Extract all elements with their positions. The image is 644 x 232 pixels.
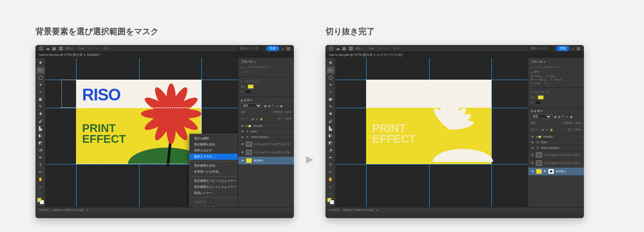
heal-tool-icon[interactable]: ✚ xyxy=(327,111,335,117)
layer-rect-selected[interactable]: 👁 長方形 1 xyxy=(238,156,294,164)
image-icon[interactable]: 🖼 xyxy=(349,46,353,51)
eyedropper-tool-icon[interactable]: ✎ xyxy=(327,103,335,110)
angle-value[interactable]: 0.00° xyxy=(535,82,541,85)
share-button[interactable]: 共有 xyxy=(556,46,569,51)
zoom-level[interactable]: 176.67% xyxy=(329,209,339,211)
canvas-area[interactable]: RISO PRINTEFFECT 選択を解除選択範囲を反転境界をぼかす...選択… xyxy=(46,58,238,207)
filter-smart-icon[interactable]: ▣ xyxy=(570,115,573,118)
h-value[interactable]: 452 px xyxy=(539,78,546,81)
visibility-icon[interactable]: 👁 xyxy=(531,141,534,144)
layer-filter-kind[interactable]: 種類 xyxy=(241,103,262,108)
eraser-tool-icon[interactable]: ◧ xyxy=(327,132,335,139)
document-tab[interactable]: how to riso.psd @ 177% (長方形 1, RGB/8#) * xyxy=(35,52,294,58)
visibility-icon[interactable]: 👁 xyxy=(531,162,534,164)
image-icon[interactable]: 🖼 xyxy=(59,46,63,51)
hand-tool-icon[interactable]: ✋ xyxy=(37,176,45,183)
flip-buttons[interactable]: |-| xyxy=(545,82,547,85)
home-icon[interactable] xyxy=(329,46,333,51)
workspace-icon[interactable]: ▥ xyxy=(287,46,290,51)
layer-filter-kind[interactable]: 種類 xyxy=(531,114,552,119)
stamp-tool-icon[interactable]: ▙ xyxy=(37,125,45,132)
marquee-tool-icon[interactable]: ▭ xyxy=(37,67,45,74)
layer-fill[interactable]: 塗り : 100% xyxy=(277,117,291,121)
wand-tool-icon[interactable]: ✶ xyxy=(327,81,335,88)
link-icon[interactable]: ⛓ xyxy=(544,170,546,173)
filter-shape-icon[interactable]: ▭ xyxy=(276,104,278,107)
lasso-tool-icon[interactable]: ◯ xyxy=(327,74,335,81)
visibility-icon[interactable]: 👁 xyxy=(241,125,244,127)
layer-rect-masked-selected[interactable]: 👁 ⛓ 長方形 1 xyxy=(528,167,584,175)
context-menu-item[interactable]: 選択範囲をコピーしたレイヤー xyxy=(190,178,238,184)
context-menu-item[interactable]: 変形の選択範囲 xyxy=(190,205,238,207)
canvas-area[interactable]: PRINTEFFECT xyxy=(336,58,528,207)
gradient-tool-icon[interactable]: ◩ xyxy=(327,140,335,146)
frame-tool-icon[interactable]: ▣ xyxy=(37,96,45,103)
context-menu-item[interactable]: 選択を解除 xyxy=(190,135,238,142)
visibility-icon[interactable]: 👁 xyxy=(531,154,534,156)
select-and-mask-button[interactable]: 選択とマスク... xyxy=(238,46,264,51)
filter-type-icon[interactable]: T xyxy=(562,115,564,118)
filter-shape-icon[interactable]: ▭ xyxy=(566,115,568,118)
search-icon[interactable]: ⌕ xyxy=(572,46,574,51)
visibility-icon[interactable]: 👁 xyxy=(241,159,244,162)
layer-fill[interactable]: 塗り : 100% xyxy=(567,128,581,132)
lock-position-icon[interactable]: ✥ xyxy=(546,128,548,131)
layer-group[interactable]: 👁 ▾ 📁 745x500 xyxy=(238,122,294,129)
color-swatches[interactable] xyxy=(327,198,334,204)
brush-tool-icon[interactable]: 🖌 xyxy=(327,118,335,124)
layer-smart-1[interactable]: 👁 ベクトルスマートオブジェクト xyxy=(528,151,584,159)
zoom-level[interactable]: 176.67% xyxy=(39,209,49,211)
shape-tool-icon[interactable]: ▭ xyxy=(37,169,45,175)
chevron-right-icon[interactable]: ▸ xyxy=(87,208,88,211)
hand-tool-icon[interactable]: ✋ xyxy=(327,176,335,183)
context-menu-item[interactable]: 選択範囲を保存... xyxy=(190,163,238,169)
lock-all-icon[interactable]: 🔒 xyxy=(550,128,553,131)
appearance-label[interactable]: アピアランス xyxy=(244,80,259,84)
layers-tab[interactable]: レイヤー xyxy=(241,98,253,103)
more-tools-icon[interactable]: ⋯ xyxy=(327,190,335,197)
move-tool-icon[interactable]: ✥ xyxy=(327,60,335,66)
blend-mode[interactable]: 通常 xyxy=(531,121,536,125)
wand-tool-icon[interactable]: ✶ xyxy=(37,81,45,88)
layer-mask-thumb[interactable] xyxy=(548,169,554,174)
appearance-label[interactable]: アピアランス xyxy=(534,90,549,94)
layer-print-effect[interactable]: 👁 T PRINT EFFECT xyxy=(528,145,584,151)
layer-opacity[interactable]: 不透明度 : 100% xyxy=(562,121,581,125)
layer-smart-2[interactable]: 👁 ベクトルスマートオブジェクト xyxy=(528,159,584,167)
lock-pixels-icon[interactable]: ▦ xyxy=(542,128,544,131)
document-tab[interactable]: how to riso.psd @ 177% (長方形 1, レイヤーマスク/8… xyxy=(325,52,584,58)
workspace-icon[interactable]: ▥ xyxy=(577,46,580,51)
layer-opacity[interactable]: 不透明度 : 100% xyxy=(272,110,291,114)
visibility-icon[interactable]: 👁 xyxy=(531,147,534,149)
stroke-swatch[interactable] xyxy=(245,90,251,94)
layer-smart-2[interactable]: 👁 ベクトルスマートオブジェクト xyxy=(238,148,294,156)
lock-position-icon[interactable]: ✥ xyxy=(256,117,258,120)
brush-tool-icon[interactable]: 🖌 xyxy=(37,118,45,124)
transform-label[interactable]: 変形 xyxy=(534,70,539,74)
x-value[interactable]: 0 px xyxy=(550,75,555,77)
crop-tool-icon[interactable]: ⌗ xyxy=(37,89,45,95)
crop-icon[interactable]: ▦ xyxy=(342,46,346,51)
lasso-tool-icon[interactable]: ◯ xyxy=(37,74,45,81)
eyedropper-tool-icon[interactable]: ✎ xyxy=(37,103,45,110)
w-value[interactable]: 745 px xyxy=(535,75,543,77)
eraser-tool-icon[interactable]: ◧ xyxy=(37,132,45,139)
type-tool-icon[interactable]: T xyxy=(37,161,45,168)
layer-riso[interactable]: 👁 T RISO xyxy=(238,129,294,134)
fill-swatch[interactable] xyxy=(538,95,544,100)
search-icon[interactable]: ⌕ xyxy=(282,46,284,51)
filter-type-icon[interactable]: T xyxy=(272,104,274,107)
filter-pixel-icon[interactable]: ▦ xyxy=(554,115,557,118)
zoom-tool-icon[interactable]: ⌕ xyxy=(327,184,335,190)
visibility-icon[interactable]: 👁 xyxy=(241,143,244,145)
filter-smart-icon[interactable]: ▣ xyxy=(280,104,283,107)
visibility-icon[interactable]: 👁 xyxy=(241,136,244,139)
layer-riso[interactable]: 👁 T RISO xyxy=(528,139,584,145)
context-menu-item[interactable]: 選択範囲を反転 xyxy=(190,142,238,148)
pen-tool-icon[interactable]: ✒ xyxy=(327,154,335,161)
cloud-icon[interactable]: ☁ xyxy=(46,46,50,51)
share-button[interactable]: 共有 xyxy=(266,46,279,51)
select-and-mask-button[interactable]: 選択とマスク... xyxy=(528,46,554,51)
blur-tool-icon[interactable]: ◔ xyxy=(327,147,335,154)
lock-pixels-icon[interactable]: ▦ xyxy=(252,117,254,120)
